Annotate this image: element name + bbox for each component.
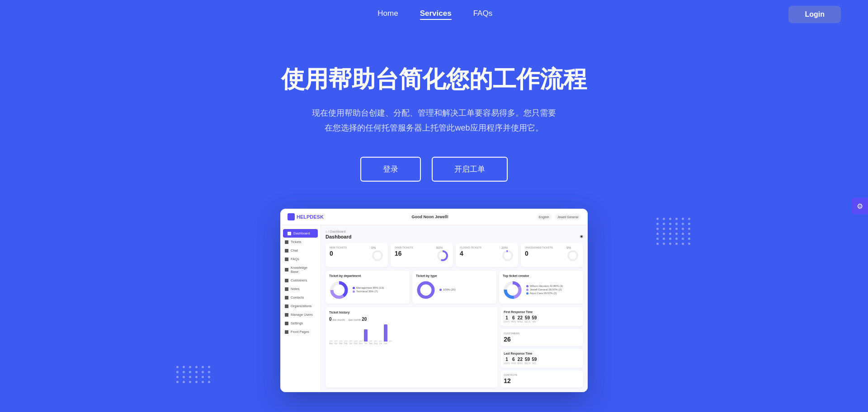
preview-card: HELPDESK Good Noon Jewell! English Jewel… <box>280 209 588 392</box>
logo-icon <box>288 213 295 220</box>
login-button[interactable]: Login <box>788 6 841 23</box>
sidebar-item-front-pages[interactable]: Front Pages <box>280 328 321 336</box>
svg-point-0 <box>373 251 382 260</box>
ticket-history-stats: 0 this month last month 20 <box>329 317 494 322</box>
stat-new-tickets: NEW TICKETS 0 0% <box>326 243 388 267</box>
dept-legend-tech-dot <box>353 290 355 293</box>
login-cta-button[interactable]: 登录 <box>360 157 421 182</box>
stats-row: NEW TICKETS 0 0% <box>326 243 583 267</box>
bar-label: Dec <box>354 342 358 345</box>
notes-icon <box>285 287 288 291</box>
preview-topbar-right: English Jewell General <box>537 215 580 220</box>
dots-decoration-right <box>656 218 692 245</box>
bar-item <box>369 341 373 342</box>
sidebar-item-tickets[interactable]: Tickets <box>280 238 321 246</box>
bar-chart-labels: MayAprMarFebJanDecNovOctSepAugJulJun <box>329 342 494 345</box>
first-response-card: First Response Time 1 DAYS 6 HRS <box>500 307 583 326</box>
side-cards: First Response Time 1 DAYS 6 HRS <box>500 307 583 388</box>
chat-icon <box>285 249 288 253</box>
nav-faqs[interactable]: FAQs <box>473 9 493 20</box>
bar-item <box>344 341 348 342</box>
bar-item <box>334 341 338 342</box>
tickets-icon <box>285 240 288 244</box>
customers-icon <box>285 279 288 282</box>
sidebar-item-faqs[interactable]: FAQs <box>280 255 321 263</box>
sidebar-item-customers[interactable]: Customers <box>280 276 321 285</box>
sidebar-item-settings[interactable]: Settings <box>280 319 321 328</box>
type-legend-dot <box>439 289 442 291</box>
bar-label: Mar <box>339 342 343 345</box>
page-title: Dashboard ☀ <box>326 234 583 239</box>
hero-buttons: 登录 开启工单 <box>360 157 508 182</box>
organizations-icon <box>285 304 288 308</box>
chart-by-department: Ticket by department Management 65% ( <box>326 271 410 304</box>
bar-label: Oct <box>364 342 368 345</box>
preview-greeting: Good Noon Jewell! <box>412 215 449 219</box>
bar-label: Sep <box>369 342 373 345</box>
manage-users-icon <box>285 313 288 317</box>
svg-point-3 <box>503 251 512 260</box>
preview-sidebar: Dashboard Tickets Chat FAQs Knowledge Ba… <box>280 225 321 392</box>
navbar: Home Services FAQs Login <box>0 0 868 29</box>
customers-card: CUSTOMERS 26 <box>500 329 583 346</box>
stat-closed-tickets: CLOSED TICKETS 4 20% <box>456 243 518 267</box>
last-response-card: Last Response Time 1 DAYS 6 HRS <box>500 349 583 368</box>
bar-item <box>374 341 377 342</box>
bar-item <box>359 341 363 342</box>
last-response-time: 1 DAYS 6 HRS 22 MINS <box>504 357 580 365</box>
bar-item <box>389 341 392 342</box>
nav-services[interactable]: Services <box>420 9 452 20</box>
bar-label: Jun <box>384 342 387 345</box>
preview-topbar: HELPDESK Good Noon Jewell! English Jewel… <box>280 209 588 225</box>
ticket-history-bar-chart <box>329 323 494 342</box>
chart-top-creator: Top ticket creator W <box>499 271 583 304</box>
stat-unassigned-tickets: UNASSIGNED TICKETS 0 9% <box>521 243 583 267</box>
bar-label: Jul <box>379 342 382 345</box>
contacts-icon <box>285 296 288 300</box>
svg-point-5 <box>568 251 577 260</box>
creator-wilson-dot <box>526 285 528 287</box>
settings-icon <box>285 322 288 325</box>
bar-item <box>379 341 382 342</box>
bar-label: Aug <box>374 342 377 345</box>
knowledge-icon <box>285 268 288 272</box>
sidebar-item-contacts[interactable]: Contacts <box>280 293 321 302</box>
bar-item <box>364 329 368 342</box>
brightness-toggle[interactable]: ☀ <box>580 234 583 239</box>
preview-logo: HELPDESK <box>288 213 324 220</box>
dept-legend-mgmt-dot <box>353 287 355 289</box>
preview-body: Dashboard Tickets Chat FAQs Knowledge Ba… <box>280 225 588 392</box>
sidebar-item-manage-users[interactable]: Manage Users <box>280 310 321 319</box>
sidebar-item-dashboard[interactable]: Dashboard <box>283 229 318 238</box>
language-selector[interactable]: English <box>537 215 552 220</box>
bar-label: Jan <box>349 342 353 345</box>
open-ticket-button[interactable]: 开启工单 <box>432 157 508 182</box>
hero-section: 使用帮助台简化您的工作流程 现在使用帮助台创建、分配、管理和解决工单要容易得多。… <box>0 29 868 209</box>
creator-jewell-dot <box>526 289 528 291</box>
nav-home[interactable]: Home <box>377 9 398 20</box>
bar-item <box>354 341 358 342</box>
preview-main-content: ⌂ / Dashboard Dashboard ☀ NEW TICKETS 0 <box>321 225 588 392</box>
user-menu[interactable]: Jewell General <box>555 215 580 220</box>
charts-row: Ticket by department Management 65% ( <box>326 271 583 304</box>
sidebar-item-chat[interactable]: Chat <box>280 246 321 255</box>
breadcrumb: ⌂ / Dashboard <box>326 230 583 233</box>
bar-item <box>384 324 387 342</box>
front-pages-icon <box>285 330 288 334</box>
stat-open-tickets: OPEN TICKETS 16 80% <box>391 243 453 267</box>
contacts-card: CONTACTS 12 <box>500 370 583 388</box>
dots-decoration-left <box>176 366 212 383</box>
ticket-history-card: Ticket history 0 this month last month 2… <box>326 307 498 388</box>
bar-item <box>349 341 353 342</box>
sidebar-item-organizations[interactable]: Organizations <box>280 302 321 310</box>
hero-subtitle: 现在使用帮助台创建、分配、管理和解决工单要容易得多。您只需要 在您选择的任何托管… <box>312 106 556 135</box>
first-response-time: 1 DAYS 6 HRS 22 MINS <box>504 315 580 323</box>
bar-label: Apr <box>334 342 338 345</box>
hero-title: 使用帮助台简化您的工作流程 <box>281 65 587 93</box>
chart-by-type: Ticket by type 100% (20) <box>412 271 496 304</box>
bar-label: Feb <box>344 342 348 345</box>
sidebar-item-notes[interactable]: Notes <box>280 285 321 293</box>
bottom-row: Ticket history 0 this month last month 2… <box>326 307 583 388</box>
sidebar-item-knowledge[interactable]: Knowledge Base <box>280 263 321 276</box>
bar-item <box>339 341 343 342</box>
